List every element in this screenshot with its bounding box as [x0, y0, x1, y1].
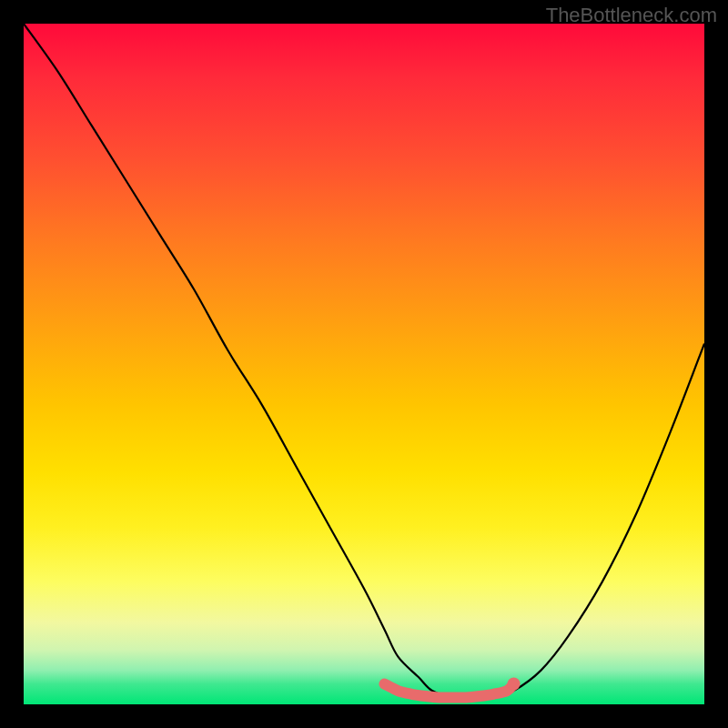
curve-svg [24, 24, 704, 704]
chart-container: TheBottleneck.com [0, 0, 728, 728]
optimal-highlight-path [384, 684, 513, 698]
plot-area [24, 24, 704, 704]
bottleneck-curve-path [24, 24, 704, 698]
highlight-end-dot [508, 678, 521, 691]
watermark-text: TheBottleneck.com [546, 4, 717, 27]
